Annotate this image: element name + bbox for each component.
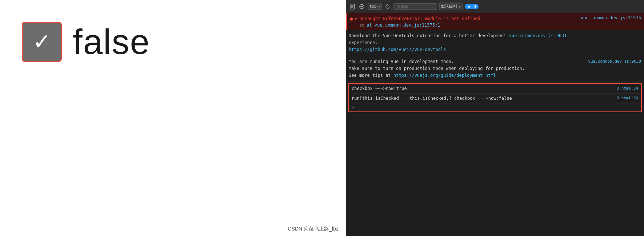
info-more-tips: See more tips at (349, 73, 393, 78)
prompt-chevron-icon: > (352, 105, 354, 110)
error-circle-icon: ● (350, 16, 353, 21)
page-icon[interactable] (349, 3, 356, 10)
console-info-production: You are running Vue in development mode.… (346, 56, 644, 82)
console-output: ● ▶ Uncaught ReferenceError: module is n… (346, 13, 644, 236)
console-error-line: ● ▶ Uncaught ReferenceError: module is n… (346, 13, 644, 30)
checkbox-checkmark-icon: ✓ (33, 31, 51, 53)
level-select[interactable]: 默认级别 ▼ (439, 3, 462, 10)
context-chevron-icon: ▼ (378, 5, 380, 8)
main-panel: ✓ false CSDN @菜鸟上路_lbz (0, 0, 346, 236)
context-select[interactable]: top ▼ (368, 3, 382, 10)
log-2-text: run[this.isChecked = !this.isChecked;] c… (352, 95, 512, 102)
watermark-text: CSDN @菜鸟上路_lbz (288, 226, 339, 232)
log-2-file-ref[interactable]: 3.html:36 (616, 95, 638, 102)
error-stack-file[interactable]: at vue.common.dev.js:11575:1 (367, 23, 440, 28)
info-dev-mode: You are running Vue in development mode. (349, 59, 454, 64)
error-file-right[interactable]: vue.common.dev.js:11575 (581, 15, 641, 20)
devtools-panel: top ▼ 默认级别 ▼ ● 4 ● (346, 0, 644, 236)
console-prompt: > (349, 103, 641, 111)
log-1-text: checkbox ===>now:true (352, 85, 407, 92)
console-log-2: run[this.isChecked = !this.isChecked;] c… (349, 94, 641, 103)
error-badge: ● 4 (465, 4, 479, 9)
devtools-toolbar: top ▼ 默认级别 ▼ ● 4 (346, 0, 644, 13)
checkbox-display: ✓ false (22, 22, 150, 62)
info-file-ref-2[interactable]: vue.common.dev.js:9038 (588, 58, 641, 65)
info-text-before: Download the Vue Devtools extension for … (349, 33, 509, 38)
level-select-value: 默认级别 (441, 4, 457, 9)
checkbox-icon-wrapper: ✓ (22, 22, 62, 62)
error-stack: at at vue.common.dev.js:11575:1 (359, 23, 578, 28)
info-deployment-link[interactable]: https://vuejs.org/guide/deployment.html (393, 73, 496, 78)
error-content: Uncaught ReferenceError: module is not d… (359, 15, 578, 28)
log-1-file-ref[interactable]: 3.html:34 (616, 86, 638, 92)
console-highlight-box: checkbox ===>now:true 3.html:34 run[this… (348, 83, 642, 112)
info-devtools-link[interactable]: https://github.com/vuejs/vue-devtools (349, 47, 446, 52)
refresh-icon[interactable] (384, 3, 391, 10)
error-expand-icon[interactable]: ▶ (355, 16, 357, 20)
console-log-1: checkbox ===>now:true 3.html:34 (349, 84, 641, 94)
svg-text:●: ● (468, 5, 470, 8)
false-label: false (73, 22, 150, 62)
filter-input[interactable] (393, 3, 437, 10)
level-chevron-icon: ▼ (459, 5, 460, 8)
context-select-value: top (369, 4, 377, 9)
info-production-tip: Make sure to turn on production mode whe… (349, 66, 525, 71)
error-message: Uncaught ReferenceError: module is not d… (359, 15, 578, 22)
info-file-ref-1[interactable]: vue.common.dev.js:9031 (509, 33, 567, 38)
info-text-experience: experience: (349, 40, 377, 45)
console-info-devtools: Download the Vue Devtools extension for … (346, 30, 644, 56)
clear-icon[interactable] (358, 3, 365, 10)
